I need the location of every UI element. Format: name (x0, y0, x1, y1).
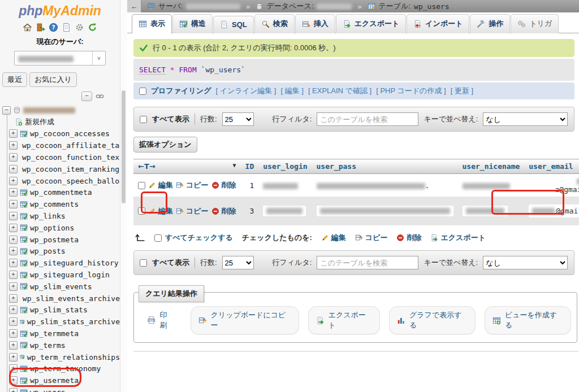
expand-icon[interactable]: + (9, 329, 18, 338)
server-select[interactable]: ˅ (14, 51, 106, 66)
expand-icon[interactable]: + (9, 271, 18, 279)
sidebar-table-item[interactable]: + wp_cocoon_speech_balloons (2, 175, 120, 187)
edit-row-button[interactable]: 編集 (148, 206, 173, 216)
sort-caret-icon[interactable]: ▼ (233, 162, 236, 168)
expand-icon[interactable]: + (9, 317, 18, 326)
settings-icon[interactable] (75, 23, 84, 32)
collapse-all-icon[interactable]: − (81, 92, 92, 101)
copy-clipboard-button[interactable]: クリップボードにコピー (191, 306, 299, 334)
sidebar-table-item[interactable]: + wp_terms (2, 339, 120, 351)
breadcrumb-table-name[interactable]: wp_users (414, 2, 450, 11)
delete-row-button[interactable]: 削除 (211, 180, 236, 190)
show-all-checkbox[interactable] (140, 259, 147, 267)
sidebar-table-item[interactable]: + wp_postmeta (2, 234, 120, 246)
header-id[interactable]: ID (241, 159, 259, 174)
profiling-checkbox[interactable] (139, 88, 146, 95)
tab-export[interactable]: エクスポート (336, 14, 407, 33)
export-button[interactable]: エクスポート (308, 306, 380, 334)
header-user-nicename[interactable]: user_nicename (458, 159, 525, 174)
print-button[interactable]: 印刷 (140, 307, 182, 334)
inline-edit-link[interactable]: [ インライン編集 ] (215, 86, 276, 96)
expand-icon[interactable]: + (9, 188, 18, 197)
sidebar-table-item[interactable]: + wp_siteguard_history (2, 257, 120, 269)
sidebar-table-item[interactable]: + wp_slim_events_archive (2, 293, 120, 304)
column-actions-header[interactable]: ←T→ (138, 162, 155, 171)
expand-icon[interactable]: + (9, 165, 18, 173)
refresh-link[interactable]: [ 更新 ] (451, 86, 473, 96)
expand-icon[interactable]: + (9, 153, 18, 162)
new-table-item[interactable]: 新規作成 (2, 116, 120, 128)
sidebar-tab-recent[interactable]: 最近 (2, 72, 27, 87)
expand-icon[interactable]: + (9, 200, 18, 208)
expand-icon[interactable]: + (9, 129, 18, 138)
selected-delete-button[interactable]: 削除 (396, 233, 421, 243)
selected-copy-button[interactable]: コピー (355, 233, 388, 243)
breadcrumb-server-label[interactable]: サーバ: (158, 1, 183, 11)
expand-icon[interactable]: + (9, 376, 18, 385)
breadcrumb-table-label[interactable]: テーブル: (379, 1, 411, 11)
tab-browse[interactable]: 表示 (132, 14, 172, 33)
sidebar-table-item[interactable]: + wp_cocoon_accesses (2, 128, 120, 140)
expand-icon[interactable]: + (9, 388, 18, 392)
tab-sql[interactable]: SQL (213, 16, 254, 33)
header-user-email[interactable]: user_email (524, 159, 579, 174)
sidebar-table-item[interactable]: + wp_cocoon_affiliate_tags (2, 140, 120, 151)
expand-icon[interactable]: + (9, 141, 18, 150)
filter-input[interactable] (317, 112, 418, 126)
row-checkbox[interactable] (138, 207, 145, 215)
sidebar-table-item[interactable]: + wp_posts (2, 246, 120, 258)
edit-link[interactable]: [ 編集 ] (280, 86, 303, 96)
create-view-button[interactable]: ビューを作成する (485, 306, 571, 334)
php-code-link[interactable]: [ PHP コードの作成 ] (376, 86, 446, 96)
help-icon[interactable] (49, 23, 58, 32)
logout-icon[interactable] (36, 23, 45, 32)
selected-export-button[interactable]: エクスポート (430, 233, 486, 243)
header-user-pass[interactable]: user_pass (312, 159, 458, 174)
expand-icon[interactable]: + (9, 247, 18, 255)
expand-icon[interactable]: + (9, 224, 18, 232)
expand-icon[interactable]: + (9, 259, 18, 267)
edit-row-button[interactable]: 編集 (148, 180, 173, 190)
sidebar-table-item[interactable]: + wp_usermeta (2, 374, 120, 386)
sidebar-table-item[interactable]: + wp_cocoon_item_rankings (2, 163, 120, 175)
copy-row-button[interactable]: コピー (176, 180, 209, 190)
back-button[interactable]: ← (127, 0, 141, 12)
tab-structure[interactable]: 構造 (172, 14, 213, 33)
selected-edit-button[interactable]: 編集 (321, 233, 346, 243)
show-all-checkbox[interactable] (140, 116, 147, 123)
sidebar-scrollbar[interactable] (120, 0, 128, 392)
expand-icon[interactable]: + (9, 212, 18, 220)
expand-icon[interactable]: + (9, 306, 18, 314)
sidebar-table-item[interactable]: + wp_options (2, 222, 120, 234)
explain-link[interactable]: [ EXPLAIN で確認 ] (308, 86, 371, 96)
sort-select[interactable]: なし (483, 112, 568, 126)
breadcrumb-database-label[interactable]: データベース: (266, 1, 313, 11)
tab-import[interactable]: インポート (407, 14, 469, 33)
sidebar-table-item[interactable]: + wp_slim_events (2, 281, 120, 293)
rows-select[interactable]: 25 (222, 256, 254, 269)
sidebar-table-item[interactable]: + wp_term_relationships (2, 351, 120, 363)
delete-row-button[interactable]: 削除 (211, 206, 236, 216)
docs-icon[interactable] (62, 23, 71, 32)
tab-insert[interactable]: 挿入 (295, 14, 335, 33)
expand-icon[interactable]: + (9, 282, 18, 291)
tab-operations[interactable]: 操作 (470, 14, 510, 33)
check-all-checkbox[interactable] (154, 234, 162, 242)
row-checkbox[interactable] (138, 182, 145, 189)
expand-icon[interactable]: + (9, 177, 18, 185)
sidebar-table-item[interactable]: + wp_slim_stats_archive (2, 316, 120, 328)
refresh-icon[interactable] (88, 23, 97, 32)
header-user-login[interactable]: user_login (258, 159, 312, 174)
sidebar-table-item[interactable]: + wp_links (2, 210, 120, 222)
filter-input[interactable] (317, 256, 418, 269)
sidebar-table-item[interactable]: + wp_siteguard_login (2, 269, 120, 281)
extra-options-button[interactable]: 拡張オプション (133, 137, 197, 153)
expand-icon[interactable]: + (9, 364, 18, 373)
rows-select[interactable]: 25 (222, 112, 254, 126)
sidebar-table-item[interactable]: + wp_commentmeta (2, 187, 120, 199)
copy-row-button[interactable]: コピー (176, 206, 209, 216)
sidebar-table-item[interactable]: + wp_comments (2, 198, 120, 210)
sidebar-tab-favorites[interactable]: お気に入り (29, 72, 77, 87)
home-icon[interactable] (23, 23, 32, 32)
sort-select[interactable]: なし (483, 256, 568, 269)
